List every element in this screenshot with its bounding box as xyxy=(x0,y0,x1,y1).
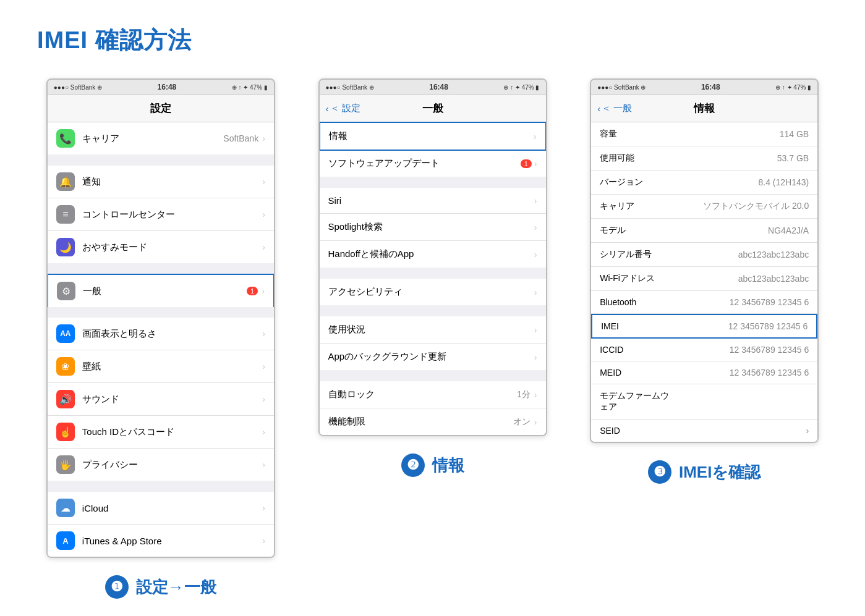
phone3-caption-number: ❸ xyxy=(648,460,671,484)
touchid-label: Touch IDとパスコード xyxy=(82,426,262,438)
phone3-status-time: 16:48 xyxy=(701,83,720,91)
wallpaper-icon: ❀ xyxy=(56,357,75,376)
phone1-status-time: 16:48 xyxy=(158,83,177,91)
phone3-nav-back[interactable]: ‹ ＜ 一般 xyxy=(597,103,632,114)
handoff-label: Handoffと候補のApp xyxy=(328,248,534,260)
meid-label: MEID xyxy=(600,368,674,378)
privacy-chevron-icon: › xyxy=(262,460,265,470)
carrier-value: SoftBank xyxy=(223,133,258,143)
phone2-nav-back[interactable]: ‹ ＜ 設定 xyxy=(326,103,360,114)
phone3-status-left: ●●●○ SoftBank ⊕ xyxy=(597,84,646,91)
notification-chevron-icon: › xyxy=(262,177,265,187)
phone3-wrapper: ●●●○ SoftBank ⊕ 16:48 ⊕ ↑ ✦ 47% ▮ ‹ ＜ 一般… xyxy=(581,78,828,599)
iccid-value: 12 3456789 12345 6 xyxy=(674,345,809,355)
info-row-modem: モデムファームウェア xyxy=(591,384,817,420)
notification-label: 通知 xyxy=(82,176,262,188)
settings-row-appstore[interactable]: A iTunes & App Store › xyxy=(48,525,274,557)
phone1-gap4 xyxy=(48,481,274,492)
wifi-value: abc123abc123abc xyxy=(674,274,809,284)
phone1-frame: ●●●○ SoftBank ⊕ 16:48 ⊕ ↑ ✦ 47% ▮ 設定 📞 キ… xyxy=(46,78,275,558)
settings-row-touchid[interactable]: ☝ Touch IDとパスコード › xyxy=(48,416,274,449)
general-row-restriction[interactable]: 機能制限 オン › xyxy=(320,408,546,435)
info-carrier-label: キャリア xyxy=(600,201,674,212)
settings-row-carrier[interactable]: 📞 キャリア SoftBank › xyxy=(48,122,274,154)
general-row-bgrefresh[interactable]: Appのバックグラウンド更新 › xyxy=(320,344,546,370)
phone1-gap3 xyxy=(48,306,274,318)
info-row-wifi: Wi-Fiアドレス abc123abc123abc xyxy=(591,267,817,291)
donotdisturb-chevron-icon: › xyxy=(262,242,265,252)
carrier-label: キャリア xyxy=(82,133,224,145)
autolock-chevron-icon: › xyxy=(534,390,537,400)
sound-label: サウンド xyxy=(82,394,262,405)
settings-row-control-center[interactable]: ≡ コントロールセンター › xyxy=(48,198,274,231)
phone1-status-right: ⊕ ↑ ✦ 47% ▮ xyxy=(232,84,268,91)
settings-row-donotdisturb[interactable]: 🌙 おやすみモード › xyxy=(48,231,274,263)
phone3-back-label: ＜ 一般 xyxy=(602,103,632,114)
general-row-autolock[interactable]: 自動ロック 1分 › xyxy=(320,381,546,408)
usage-label: 使用状況 xyxy=(328,324,534,335)
phone1-nav-title: 設定 xyxy=(150,101,171,116)
imei-label: IMEI xyxy=(601,321,675,331)
icloud-chevron-icon: › xyxy=(262,503,265,513)
control-center-label: コントロールセンター xyxy=(82,209,262,221)
phone2-status-time: 16:48 xyxy=(429,83,448,91)
info-row-seid[interactable]: SEID › xyxy=(591,420,817,442)
phone3-status-bar: ●●●○ SoftBank ⊕ 16:48 ⊕ ↑ ✦ 47% ▮ xyxy=(591,80,817,95)
info-row-version: バージョン 8.4 (12H143) xyxy=(591,171,817,195)
phone2-status-right: ⊕ ↑ ✦ 47% ▮ xyxy=(503,84,539,91)
phone1-gap2 xyxy=(48,263,274,274)
appstore-chevron-icon: › xyxy=(262,536,265,546)
settings-row-notification[interactable]: 🔔 通知 › xyxy=(48,166,274,198)
autolock-value: 1分 xyxy=(517,389,531,400)
seid-label: SEID xyxy=(600,426,674,436)
general-row-spotlight[interactable]: Spotlight検索 › xyxy=(320,214,546,241)
settings-row-sound[interactable]: 🔊 サウンド › xyxy=(48,383,274,416)
phone1-section-icloud: ☁ iCloud › A iTunes & App Store › xyxy=(48,492,274,557)
settings-row-icloud[interactable]: ☁ iCloud › xyxy=(48,492,274,525)
spotlight-chevron-icon: › xyxy=(534,222,537,232)
settings-row-general[interactable]: ⚙ 一般 1 › xyxy=(47,274,275,307)
phone3-status-right: ⊕ ↑ ✦ 47% ▮ xyxy=(775,84,811,91)
general-badge: 1 xyxy=(247,287,258,295)
serial-value: abc123abc123abc xyxy=(674,250,809,259)
phone1-settings-list: 📞 キャリア SoftBank › 🔔 通知 › ≡ xyxy=(48,122,274,557)
donotdisturb-icon: 🌙 xyxy=(56,238,75,256)
carrier-chevron-icon: › xyxy=(262,133,265,143)
info-row-serial: シリアル番号 abc123abc123abc xyxy=(591,243,817,267)
general-row-accessibility[interactable]: アクセシビリティ › xyxy=(320,279,546,305)
available-label: 使用可能 xyxy=(600,153,674,164)
settings-row-wallpaper[interactable]: ❀ 壁紙 › xyxy=(48,350,274,383)
siri-chevron-icon: › xyxy=(534,196,537,206)
settings-row-privacy[interactable]: 🖐 プライバシー › xyxy=(48,449,274,481)
phone2-section-usage: 使用状況 › Appのバックグラウンド更新 › xyxy=(320,316,546,370)
wifi-label: Wi-Fiアドレス xyxy=(600,273,674,284)
phone3-frame: ●●●○ SoftBank ⊕ 16:48 ⊕ ↑ ✦ 47% ▮ ‹ ＜ 一般… xyxy=(590,78,819,443)
joho-chevron-icon: › xyxy=(534,132,537,141)
wallpaper-label: 壁紙 xyxy=(82,361,262,373)
info-row-capacity: 容量 114 GB xyxy=(591,122,817,146)
phone2-nav: ‹ ＜ 設定 一般 xyxy=(320,95,546,122)
general-row-software[interactable]: ソフトウェアアップデート 1 › xyxy=(320,150,546,177)
info-row-bluetooth: Bluetooth 12 3456789 12345 6 xyxy=(591,291,817,314)
phone1-status-left: ●●●○ SoftBank ⊕ xyxy=(54,84,102,91)
phone2-status-left: ●●●○ SoftBank ⊕ xyxy=(326,84,374,91)
software-chevron-icon: › xyxy=(534,159,537,169)
info-row-carrier: キャリア ソフトバンクモバイル 20.0 xyxy=(591,195,817,219)
meid-value: 12 3456789 12345 6 xyxy=(674,368,809,378)
general-row-siri[interactable]: Siri › xyxy=(320,188,546,214)
software-label: ソフトウェアアップデート xyxy=(328,158,521,169)
info-carrier-value: ソフトバンクモバイル 20.0 xyxy=(674,201,809,212)
settings-row-display[interactable]: AA 画面表示と明るさ › xyxy=(48,318,274,350)
touchid-icon: ☝ xyxy=(56,423,75,441)
bluetooth-value: 12 3456789 12345 6 xyxy=(674,297,809,307)
general-row-joho[interactable]: 情報 › xyxy=(319,122,547,151)
general-row-handoff[interactable]: Handoffと候補のApp › xyxy=(320,241,546,268)
accessibility-chevron-icon: › xyxy=(534,287,537,297)
phone2-section-joho: 情報 › ソフトウェアアップデート 1 › xyxy=(320,122,546,177)
general-row-usage[interactable]: 使用状況 › xyxy=(320,316,546,344)
general-chevron-icon: › xyxy=(262,286,265,296)
bgrefresh-label: Appのバックグラウンド更新 xyxy=(328,351,534,363)
phone2-nav-title: 一般 xyxy=(422,101,443,116)
carrier-icon: 📞 xyxy=(56,129,75,148)
version-value: 8.4 (12H143) xyxy=(674,177,809,187)
